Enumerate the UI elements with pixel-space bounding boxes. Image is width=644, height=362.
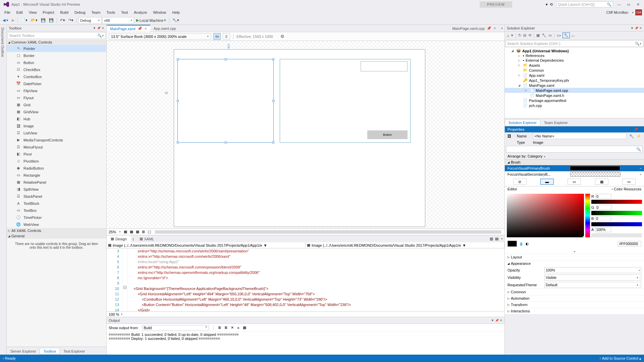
tab-overflow-icon[interactable]: ▼ [499, 27, 504, 29]
h-scrollbar[interactable] [155, 230, 501, 234]
run-button[interactable]: ▶ Local Machine ▾ [135, 17, 167, 23]
brush-none[interactable]: ⊘ [513, 179, 527, 185]
menu-view[interactable]: View [26, 10, 39, 15]
output-prev-icon[interactable]: ≣ [224, 325, 227, 330]
code-member-combo[interactable]: ▦ Image (../../Users/ericmitt.REDMOND/Do… [306, 242, 504, 248]
transform-section[interactable]: ▷Transform [505, 301, 644, 308]
panel-close-icon[interactable]: ✕ [500, 319, 502, 322]
common-section[interactable]: ▷Common [505, 289, 644, 295]
toolbox-item-pivotitem[interactable]: ◇PivotItem [7, 158, 106, 165]
brush-section[interactable]: ◢Brush [505, 159, 644, 165]
sol-sync-icon[interactable]: ⟲ [528, 33, 532, 38]
split-v-icon[interactable]: ▤ [494, 237, 499, 241]
sol-tool2-icon[interactable]: — [571, 33, 576, 38]
fit-icon[interactable]: ⊞ [142, 230, 145, 234]
b-slider[interactable] [591, 222, 642, 226]
designer-settings-icon[interactable]: ⚙ [280, 34, 284, 39]
prop-tools-icon[interactable]: 🔧 [629, 134, 634, 138]
panel-dropdown-icon[interactable]: ▼ [93, 26, 96, 30]
code-scope-combo[interactable]: ▦ Image (../../Users/ericmitt.REDMOND/Do… [107, 242, 306, 248]
toolbox-item-button[interactable]: ▭Button [7, 59, 106, 66]
toolbox-group-all[interactable]: ▷All XAML Controls [7, 228, 106, 233]
toolbox-group-common[interactable]: ◢Common XAML Controls [7, 40, 106, 45]
output-goto-icon[interactable]: ≣ [218, 325, 221, 330]
sol-props-icon[interactable]: 🔧 [541, 33, 547, 38]
sol-collapse-icon[interactable]: ⊟ [523, 33, 527, 38]
solution-tree[interactable]: ◢📦 App1 (Universal Windows) ▷▪ Reference… [505, 48, 644, 118]
color-res-tab[interactable]: Color Resources [614, 187, 641, 191]
sol-assets[interactable]: ▷📁 Assets [505, 63, 644, 68]
brush-secondary[interactable]: FocusVisualSecondaryB...▫ [505, 171, 644, 177]
sol-extdeps[interactable]: ▷▪ External Dependencies [505, 58, 644, 63]
toolbox-item-combobox[interactable]: ▾ComboBox [7, 73, 106, 80]
menu-edit[interactable]: Edit [14, 10, 25, 15]
sol-mainpage-cpp[interactable]: ▷📄 MainPage.xaml.cpp [505, 88, 644, 93]
menu-file[interactable]: File [2, 10, 13, 15]
brush-primary[interactable]: FocusVisualPrimaryBrush▫ [505, 165, 644, 171]
menu-project[interactable]: Project [40, 10, 56, 15]
output-text[interactable]: ========== Build: 1 succeeded, 0 failed,… [107, 332, 504, 355]
output-source-select[interactable]: Build▼ [142, 325, 209, 330]
a-input[interactable] [595, 227, 611, 232]
r-input[interactable] [595, 194, 611, 199]
sol-code-icon[interactable]: <> [556, 33, 562, 38]
brush-solid[interactable]: ▬ [540, 179, 554, 185]
close-tab-icon[interactable]: ✕ [144, 27, 147, 31]
toolbox-item-checkbox[interactable]: ☑CheckBox [7, 66, 106, 73]
snap-icon[interactable]: ▦ [130, 230, 133, 234]
combobox-element[interactable] [361, 61, 408, 71]
automation-section[interactable]: ▷Automation [505, 295, 644, 301]
doc-tab-mainpagecpp[interactable]: MainPage.xaml.cpp📌✕ [449, 25, 499, 32]
sol-tempkey[interactable]: 🔑 App1_TemporaryKey.pfx [505, 78, 644, 83]
toolbox-item-textbox[interactable]: ▭TextBox [7, 207, 106, 214]
menu-help[interactable]: Help [170, 10, 182, 15]
solution-search[interactable]: Search Solution Explorer (Ctrl+;) 🔍▾ [505, 40, 643, 47]
hue-slider[interactable] [585, 194, 590, 237]
user-dropdown-icon[interactable]: ▼ [632, 11, 634, 14]
panel-dropdown-icon[interactable]: ▼ [631, 26, 634, 30]
panel-close-icon[interactable]: ✕ [102, 26, 104, 30]
toolbox-item-image[interactable]: 🖼Image [7, 122, 106, 129]
code-editor[interactable]: 34567891011121314 − xmlns="http://schema… [107, 248, 504, 311]
artboard[interactable]: 116 42 Button [174, 49, 425, 227]
user-avatar[interactable]: CM [635, 9, 642, 15]
team-explorer-tab[interactable]: Team Explorer [540, 119, 572, 126]
sol-mainpage[interactable]: ◢📄 MainPage.xaml [505, 83, 644, 88]
panel-dropdown-icon[interactable]: ▼ [491, 319, 494, 322]
xaml-tab[interactable]: ▦ XAML [136, 236, 158, 242]
save-all-button[interactable]: 💾 [48, 17, 55, 23]
eyedropper-icon[interactable]: 💧 [519, 242, 524, 246]
toolbox-item-pointer[interactable]: ↖Pointer [7, 45, 106, 52]
prev-color-icon[interactable]: ◐ [526, 242, 529, 246]
brush-resource[interactable]: ▭ [622, 179, 636, 185]
appearance-section[interactable]: ◢Appearance [505, 260, 644, 266]
new-project-button[interactable]: 📄▾ [19, 17, 29, 23]
sol-manifest[interactable]: 📄 Package.appxmanifest [505, 98, 644, 103]
toolbox-item-timepicker[interactable]: 🕐TimePicker [7, 214, 106, 221]
toggle-icon[interactable]: ▢ [148, 230, 151, 234]
panel-close-icon[interactable]: ✕ [639, 128, 641, 131]
toolbox-item-mediatransport[interactable]: ▶MediaTransportControls [7, 136, 106, 143]
visibility-select[interactable]: Visible▼ ▫ [544, 275, 641, 281]
maximize-button[interactable]: ▭ [624, 1, 633, 8]
landscape-toggle[interactable]: ▭ [213, 33, 221, 40]
panel-close-icon[interactable]: ✕ [639, 26, 642, 30]
toolbox-item-textblock[interactable]: ATextBlock [7, 200, 106, 207]
redo-button[interactable]: ↷▾ [67, 17, 75, 23]
g-input[interactable] [596, 205, 612, 210]
arrange-by[interactable]: Arrange by: Category ▼ [505, 153, 644, 159]
feedback-icon[interactable]: ⟲ [550, 2, 553, 7]
menu-analyze[interactable]: Analyze [131, 10, 149, 15]
grid-icon[interactable]: ▦ [124, 230, 127, 234]
toolbox-group-general[interactable]: ◢General [7, 233, 106, 239]
doc-tab-mainpage[interactable]: MainPage.xaml📌✕ [107, 25, 150, 32]
prop-name-input[interactable] [533, 133, 627, 139]
b-input[interactable] [595, 216, 611, 221]
toolbox-item-menuflyout[interactable]: ☰MenuFlyout [7, 143, 106, 150]
panel-dropdown-icon[interactable]: ▼ [630, 128, 633, 131]
selected-image[interactable] [177, 59, 274, 143]
toolbox-item-listview[interactable]: ☰ListView [7, 129, 106, 136]
sol-appxaml[interactable]: ▷📄 App.xaml [505, 73, 644, 78]
opacity-input[interactable]: 100%▫ [544, 267, 641, 273]
platform-select[interactable]: x86▼ [102, 17, 134, 24]
